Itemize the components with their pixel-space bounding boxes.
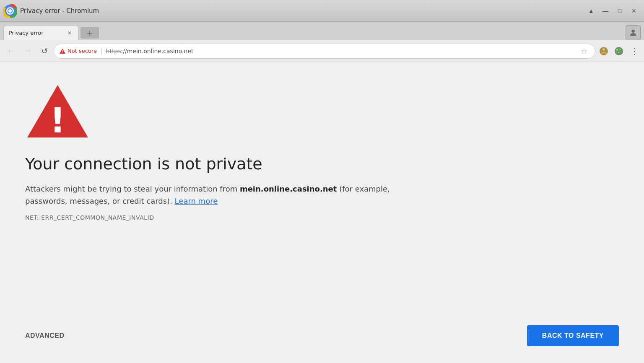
svg-text:!: !	[62, 50, 63, 54]
maximize-button[interactable]: □	[613, 4, 626, 18]
back-to-safety-button[interactable]: BACK TO SAFETY	[527, 325, 619, 346]
close-button[interactable]: ✕	[627, 4, 641, 18]
svg-point-9	[602, 48, 605, 51]
title-bar-left: Privacy error - Chromium	[3, 4, 99, 18]
extension-icon-1[interactable]	[597, 44, 610, 58]
error-icon-container: !	[25, 83, 619, 141]
toolbar: ← → ↻ ! Not secure | https://mein.online…	[0, 40, 644, 62]
address-url: https://mein.online.casino.net	[106, 48, 575, 54]
svg-point-13	[618, 52, 620, 53]
extension-1-icon	[599, 46, 609, 56]
extension-icons: ⋮	[597, 44, 641, 58]
svg-point-5	[631, 30, 634, 33]
back-icon: ←	[7, 47, 15, 55]
svg-point-11	[616, 49, 618, 51]
title-bar: Privacy error - Chromium ▲ — □ ✕	[0, 0, 644, 22]
error-heading: Your connection is not private	[25, 155, 619, 173]
bookmark-button[interactable]: ☆	[578, 45, 590, 57]
window-title: Privacy error - Chromium	[20, 7, 99, 15]
minimize-button[interactable]: —	[599, 4, 612, 18]
warning-icon: !	[59, 48, 66, 54]
tab-privacy-error[interactable]: Privacy error ✕	[3, 25, 79, 40]
profile-icon	[628, 28, 638, 37]
svg-point-14	[616, 52, 617, 52]
tab-label: Privacy error	[9, 30, 44, 36]
bottom-buttons: ADVANCED BACK TO SAFETY	[25, 325, 619, 346]
gnome-icon	[614, 46, 624, 56]
tab-close-button[interactable]: ✕	[66, 29, 73, 37]
error-site-name: mein.online.casino.net	[240, 184, 337, 193]
svg-text:!: !	[50, 101, 65, 140]
reload-button[interactable]: ↻	[37, 44, 52, 59]
menu-icon: ⋮	[630, 46, 638, 56]
url-rest: ://mein.online.casino.net	[121, 48, 194, 54]
svg-point-4	[8, 9, 12, 13]
scroll-up-button[interactable]: ▲	[584, 4, 598, 18]
reload-icon: ↻	[42, 47, 48, 56]
svg-point-10	[615, 47, 623, 55]
error-body-prefix: Attackers might be trying to steal your …	[25, 184, 240, 193]
svg-point-12	[620, 49, 621, 50]
address-separator: |	[100, 47, 102, 55]
title-bar-controls: ▲ — □ ✕	[584, 4, 641, 18]
menu-button[interactable]: ⋮	[627, 44, 641, 58]
forward-button[interactable]: →	[20, 44, 35, 59]
error-triangle-icon: !	[25, 83, 90, 140]
tab-bar: Privacy error ✕ +	[0, 22, 644, 40]
chromium-logo-icon	[3, 4, 17, 18]
error-body: Attackers might be trying to steal your …	[25, 183, 402, 207]
not-secure-label: Not secure	[68, 48, 97, 54]
star-icon: ☆	[581, 47, 587, 56]
page-content: ! Your connection is not private Attacke…	[0, 62, 644, 363]
extension-icon-2[interactable]	[612, 44, 626, 58]
forward-icon: →	[24, 47, 31, 55]
profile-button[interactable]	[626, 25, 641, 40]
new-tab-button[interactable]: +	[80, 27, 99, 39]
back-button[interactable]: ←	[3, 44, 18, 59]
learn-more-link[interactable]: Learn more	[175, 197, 218, 205]
address-bar[interactable]: ! Not secure | https://mein.online.casin…	[54, 44, 595, 59]
svg-point-15	[621, 51, 621, 52]
error-code: NET::ERR_CERT_COMMON_NAME_INVALID	[25, 214, 619, 221]
advanced-button[interactable]: ADVANCED	[25, 332, 64, 340]
not-secure-badge: ! Not secure	[59, 48, 97, 54]
url-protocol: https	[106, 48, 121, 54]
